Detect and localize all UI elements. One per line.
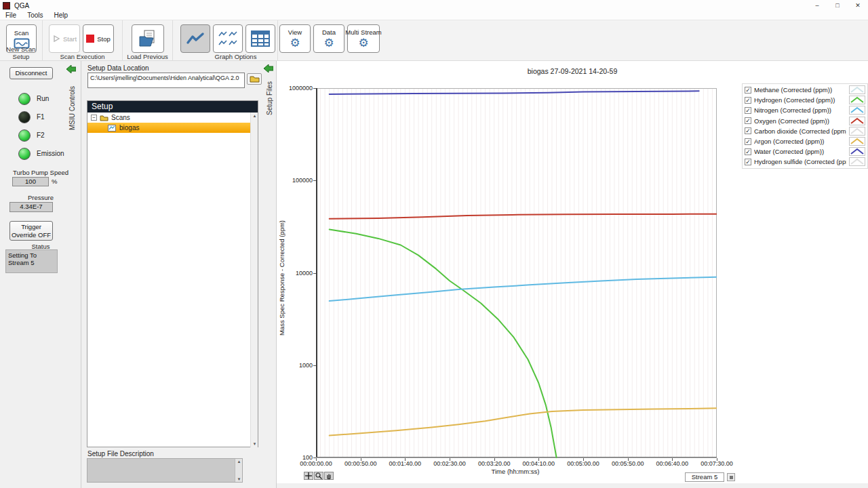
legend-checkbox[interactable]: ✓: [745, 107, 751, 114]
stream-selector-button[interactable]: Stream 5: [685, 472, 724, 482]
qga-window: QGA – □ ✕ File Tools Help Scan New Scan …: [0, 0, 868, 488]
line-chart-icon: [185, 30, 205, 47]
legend-swatch-icon: [849, 137, 865, 146]
x-tick-mark: [583, 458, 584, 461]
setup-file-description-label: Setup File Description: [87, 450, 154, 458]
group-label: Scan Execution: [43, 53, 122, 60]
window-title: QGA: [14, 2, 29, 9]
gear-icon: ⚙: [290, 37, 300, 49]
setup-file-description-box[interactable]: ▲ ▼: [87, 458, 243, 483]
legend-swatch-icon: [849, 117, 865, 125]
legend-checkbox[interactable]: ✓: [745, 138, 751, 145]
gear-icon: ⚙: [323, 37, 334, 49]
scroll-up-icon[interactable]: ▲: [235, 460, 243, 464]
setup-files-collapse-label: Setup Files: [266, 75, 273, 115]
x-tick-mark: [316, 458, 317, 461]
description-scrollbar[interactable]: ▲ ▼: [235, 459, 242, 482]
toolbar: Scan New Scan Setup Start Stop Scan Exec…: [0, 20, 868, 61]
data-settings-button[interactable]: Data ⚙: [313, 24, 344, 53]
folder-open-document-icon: [138, 28, 158, 49]
crosshair-tool-button[interactable]: [304, 472, 313, 480]
x-tick-mark: [494, 458, 495, 461]
disconnect-button[interactable]: Disconnect: [9, 67, 53, 79]
legend-checkbox[interactable]: ✓: [745, 159, 751, 165]
y-tick-mark: [313, 180, 316, 181]
stop-button[interactable]: Stop: [83, 24, 114, 53]
turbo-pump-value: 100: [12, 177, 49, 186]
group-label: Graph Options: [193, 53, 278, 60]
group-new-scan: Scan New Scan Setup: [0, 20, 43, 61]
browse-folder-button[interactable]: [247, 73, 262, 85]
msiu-panel: Disconnect MSIU Controls RunF1F2Emission…: [0, 61, 81, 488]
multi-stream-settings-button[interactable]: Multi Stream ⚙: [347, 24, 380, 53]
legend-swatch-icon: [849, 85, 865, 94]
chart-title: biogas 27-09-2021 14-20-59: [277, 67, 868, 75]
gear-icon: ⚙: [358, 37, 368, 49]
graph-multi-view-button[interactable]: [213, 24, 243, 53]
setup-data-location-input[interactable]: C:\Users\jmelling\Documents\Hiden Analyt…: [87, 73, 245, 88]
scroll-down-icon[interactable]: ▼: [251, 442, 258, 446]
tree-scrollbar[interactable]: ▲ ▼: [250, 113, 258, 447]
led-emission: Emission: [0, 144, 81, 163]
tree-item-label: Scans: [111, 114, 130, 121]
menu-help[interactable]: Help: [48, 12, 73, 19]
legend-checkbox[interactable]: ✓: [745, 148, 751, 155]
menu-file[interactable]: File: [0, 12, 22, 19]
minimize-button[interactable]: –: [807, 0, 827, 11]
group-label: New Scan Setup: [0, 45, 42, 60]
x-tick-label: 00:00:00.00: [292, 460, 340, 467]
start-button[interactable]: Start: [49, 24, 80, 53]
play-icon: [52, 35, 60, 43]
bottom-strip: [277, 483, 868, 488]
group-load-previous: Load Previous: [123, 20, 173, 61]
legend-item: ✓Hydrogen sulfide (Corrected (ppm)): [745, 157, 865, 167]
close-button[interactable]: ✕: [848, 0, 868, 11]
titlebar: QGA – □ ✕: [0, 0, 868, 11]
tree-item-scans[interactable]: − Scans: [87, 113, 258, 123]
legend-checkbox[interactable]: ✓: [745, 127, 751, 134]
legend-swatch-icon: [849, 106, 865, 115]
green-left-arrow-icon[interactable]: [66, 65, 76, 73]
trigger-override-button[interactable]: Trigger Override OFF: [9, 221, 53, 241]
x-tick-label: 00:04:10.00: [514, 460, 563, 467]
y-tick-mark: [313, 273, 316, 274]
led-indicators: RunF1F2Emission: [0, 89, 81, 163]
legend-label: Hydrogen (Corrected (ppm)): [754, 96, 846, 104]
menu-tools[interactable]: Tools: [22, 12, 48, 19]
load-previous-button[interactable]: [132, 24, 164, 53]
legend-checkbox[interactable]: ✓: [745, 97, 751, 104]
series-hydrogen: [330, 230, 557, 458]
pan-tool-button[interactable]: [324, 472, 334, 480]
group-label: Load Previous: [123, 53, 172, 60]
view-settings-button[interactable]: View ⚙: [279, 24, 311, 53]
legend-item: ✓Water (Corrected (ppm)): [745, 146, 865, 157]
legend-item: ✓Argon (Corrected (ppm)): [745, 136, 865, 146]
status-value: Setting To Stream 5: [5, 249, 58, 273]
scroll-down-icon[interactable]: ▼: [235, 477, 243, 481]
setup-tree: Setup − Scans biogas ▲ ▼: [87, 100, 258, 447]
led-label: F1: [37, 113, 45, 121]
graph-table-view-button[interactable]: [245, 24, 275, 53]
pressure-value: 4.34E-7: [9, 202, 53, 212]
graph-single-view-button[interactable]: [180, 24, 210, 53]
led-indicator-icon: [18, 129, 31, 142]
chart-panel: biogas 27-09-2021 14-20-59 Mass Spec Res…: [277, 61, 868, 483]
magnifier-icon: [315, 472, 322, 479]
pressure-label: Pressure: [0, 194, 81, 201]
x-tick-mark: [672, 458, 673, 461]
zoom-tool-button[interactable]: [314, 472, 323, 480]
led-run: Run: [0, 89, 81, 108]
tree-item-biogas-selected[interactable]: biogas: [87, 123, 258, 133]
hand-icon: [326, 472, 332, 479]
x-axis-label: Time (hh:mm:ss): [461, 468, 570, 475]
legend-checkbox[interactable]: ✓: [745, 87, 751, 94]
green-left-arrow-icon[interactable]: [264, 64, 273, 73]
plot-area[interactable]: [316, 88, 717, 458]
stream-options-button[interactable]: [727, 473, 735, 481]
scroll-up-icon[interactable]: ▲: [251, 114, 258, 118]
y-axis-label: Mass Spec Response - Corrected (ppm): [278, 190, 288, 366]
legend-checkbox[interactable]: ✓: [745, 117, 751, 124]
setup-tree-header: Setup: [87, 101, 258, 113]
maximize-button[interactable]: □: [827, 0, 848, 11]
collapse-expander-icon[interactable]: −: [91, 115, 97, 121]
